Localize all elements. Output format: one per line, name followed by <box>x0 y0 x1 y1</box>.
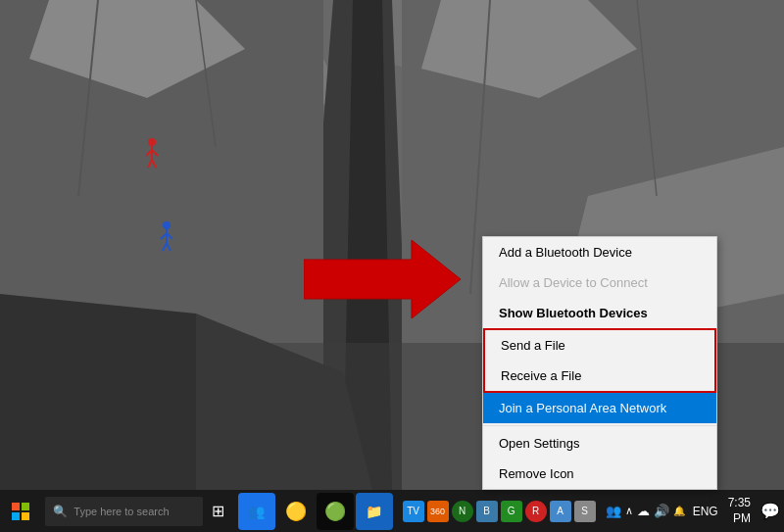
svg-rect-35 <box>22 503 29 510</box>
tray-people-icon[interactable]: 👥 <box>606 504 621 518</box>
red-arrow <box>304 240 461 318</box>
taskbar: 🔍 Type here to search ⊞ 👥 🟡 🟢 📁 <box>0 490 784 532</box>
menu-item-join-network[interactable]: Join a Personal Area Network <box>483 393 716 423</box>
menu-group-file-transfer: Send a File Receive a File <box>483 328 716 393</box>
tray-expand-icon[interactable]: ∧ <box>625 505 633 517</box>
taskbar-app-3[interactable]: 🟢 <box>317 493 354 530</box>
tray-app-360[interactable]: 360 <box>427 501 449 522</box>
menu-item-send-file[interactable]: Send a File <box>485 330 714 361</box>
taskbar-app-2[interactable]: 🟡 <box>277 493 315 530</box>
notification-center-button[interactable]: 💬 <box>757 500 784 522</box>
menu-item-add-bluetooth[interactable]: Add a Bluetooth Device <box>483 237 716 267</box>
menu-item-remove-icon[interactable]: Remove Icon <box>483 459 716 489</box>
svg-rect-34 <box>12 503 20 510</box>
svg-marker-33 <box>304 240 461 318</box>
tray-app-teamviewer[interactable]: TV <box>403 501 424 522</box>
start-button[interactable] <box>0 490 41 532</box>
menu-item-allow-connect: Allow a Device to Connect <box>483 267 716 298</box>
svg-point-21 <box>148 138 156 146</box>
tray-app-gray[interactable]: S <box>574 501 596 522</box>
windows-icon <box>12 503 29 520</box>
tray-network-icon[interactable]: ☁ <box>637 504 650 518</box>
taskbar-app-1[interactable]: 👥 <box>238 493 275 530</box>
search-bar[interactable]: 🔍 Type here to search <box>45 497 203 526</box>
tray-sound-icon[interactable]: 🔊 <box>654 504 669 518</box>
menu-item-receive-file[interactable]: Receive a File <box>485 361 714 391</box>
search-placeholder: Type here to search <box>74 506 169 517</box>
tray-app-green[interactable]: G <box>501 501 522 522</box>
taskbar-app-4[interactable]: 📁 <box>356 493 393 530</box>
clock-time: 7:35 PM <box>728 496 751 526</box>
svg-point-27 <box>163 221 171 229</box>
task-view-button[interactable]: ⊞ <box>203 490 234 532</box>
system-tray: 👥 ∧ ☁ 🔊 🔔 <box>602 504 689 518</box>
menu-item-open-settings[interactable]: Open Settings <box>483 428 716 459</box>
tray-app-red[interactable]: R <box>525 501 547 522</box>
menu-divider <box>483 425 716 426</box>
tray-app-blue2[interactable]: A <box>550 501 571 522</box>
taskbar-apps: 👥 🟡 🟢 📁 <box>234 490 397 532</box>
search-icon: 🔍 <box>53 505 68 518</box>
tray-volume-icon[interactable]: 🔔 <box>673 506 685 516</box>
svg-rect-37 <box>22 512 29 520</box>
desktop: Add a Bluetooth Device Allow a Device to… <box>0 0 784 532</box>
menu-item-show-bluetooth[interactable]: Show Bluetooth Devices <box>483 298 716 328</box>
context-menu: Add a Bluetooth Device Allow a Device to… <box>482 236 717 490</box>
svg-rect-36 <box>12 512 20 520</box>
system-clock[interactable]: 7:35 PM <box>722 496 757 526</box>
tray-app-blue[interactable]: B <box>476 501 498 522</box>
tray-app-nvidia[interactable]: N <box>452 501 473 522</box>
language-indicator[interactable]: ENG <box>689 505 722 518</box>
